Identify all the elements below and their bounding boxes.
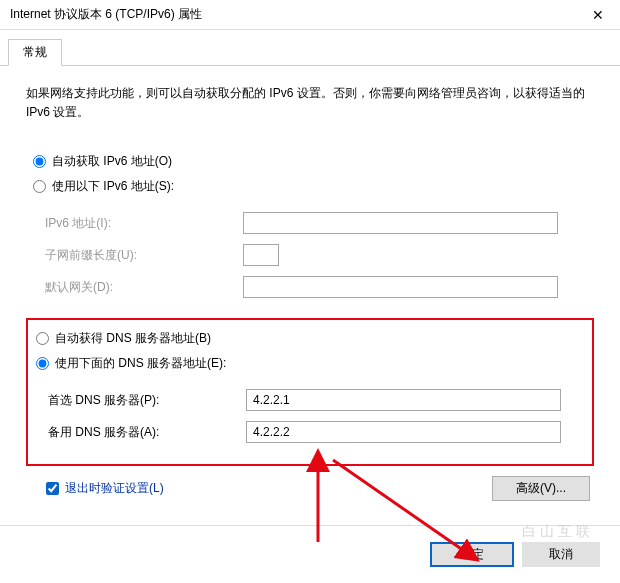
radio-auto-ipv6-label: 自动获取 IPv6 地址(O) — [52, 153, 172, 170]
content-area: 如果网络支持此功能，则可以自动获取分配的 IPv6 设置。否则，你需要向网络管理… — [0, 66, 620, 511]
gateway-input — [243, 276, 558, 298]
close-button[interactable]: ✕ — [586, 7, 610, 23]
ok-button[interactable]: 确定 — [430, 542, 514, 567]
radio-auto-dns[interactable] — [36, 332, 49, 345]
validate-checkbox-wrap[interactable]: 退出时验证设置(L) — [30, 480, 164, 497]
preferred-dns-label: 首选 DNS 服务器(P): — [36, 392, 246, 409]
tab-general[interactable]: 常规 — [8, 39, 62, 66]
preferred-dns-input[interactable] — [246, 389, 561, 411]
advanced-button[interactable]: 高级(V)... — [492, 476, 590, 501]
validate-checkbox[interactable] — [46, 482, 59, 495]
alternate-dns-input[interactable] — [246, 421, 561, 443]
radio-manual-dns-label: 使用下面的 DNS 服务器地址(E): — [55, 355, 226, 372]
close-icon: ✕ — [592, 7, 604, 23]
prefix-length-label: 子网前缀长度(U): — [33, 247, 243, 264]
ipv6-address-group: 自动获取 IPv6 地址(O) 使用以下 IPv6 地址(S): IPv6 地址… — [26, 148, 594, 312]
prefix-length-input — [243, 244, 279, 266]
window-title: Internet 协议版本 6 (TCP/IPv6) 属性 — [10, 6, 202, 23]
tab-bar: 常规 — [0, 30, 620, 66]
alternate-dns-label: 备用 DNS 服务器(A): — [36, 424, 246, 441]
description-text: 如果网络支持此功能，则可以自动获取分配的 IPv6 设置。否则，你需要向网络管理… — [26, 84, 594, 122]
radio-auto-ipv6[interactable] — [33, 155, 46, 168]
validate-checkbox-label: 退出时验证设置(L) — [65, 480, 164, 497]
separator — [0, 525, 620, 526]
ipv6-address-label: IPv6 地址(I): — [33, 215, 243, 232]
radio-auto-dns-label: 自动获得 DNS 服务器地址(B) — [55, 330, 211, 347]
titlebar: Internet 协议版本 6 (TCP/IPv6) 属性 ✕ — [0, 0, 620, 30]
dns-group-highlight: 自动获得 DNS 服务器地址(B) 使用下面的 DNS 服务器地址(E): 首选… — [26, 318, 594, 466]
radio-manual-ipv6-label: 使用以下 IPv6 地址(S): — [52, 178, 174, 195]
cancel-button[interactable]: 取消 — [522, 542, 600, 567]
radio-manual-ipv6[interactable] — [33, 180, 46, 193]
footer-buttons: 确定 取消 — [0, 536, 620, 577]
ipv6-address-input — [243, 212, 558, 234]
gateway-label: 默认网关(D): — [33, 279, 243, 296]
radio-manual-dns[interactable] — [36, 357, 49, 370]
